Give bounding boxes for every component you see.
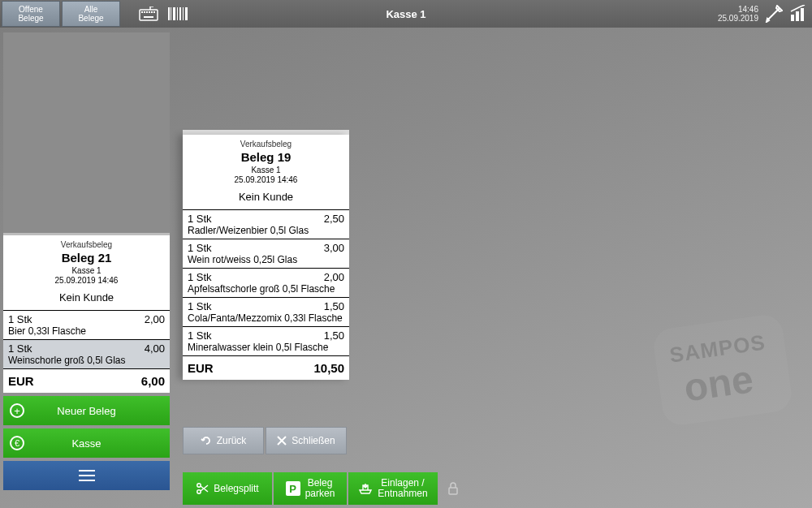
preview-type: Verkaufsbeleg bbox=[186, 140, 346, 149]
preview-datetime: 25.09.2019 14:46 bbox=[186, 175, 346, 184]
svg-rect-15 bbox=[791, 15, 794, 21]
svg-rect-1 bbox=[141, 11, 143, 13]
park-label: Beleg parken bbox=[305, 478, 335, 499]
barcode-icon[interactable] bbox=[166, 2, 190, 26]
date-label: 25.09.2019 bbox=[718, 14, 758, 23]
new-receipt-label: Neuer Beleg bbox=[57, 405, 115, 417]
back-label: Zurück bbox=[217, 435, 247, 446]
preview-register: Kasse 1 bbox=[186, 166, 346, 174]
svg-rect-5 bbox=[151, 11, 153, 13]
svg-rect-16 bbox=[796, 11, 799, 21]
line-desc: Bier 0,33l Flasche bbox=[8, 325, 165, 337]
cash-inout-button[interactable]: Einlagen / Entnahmen bbox=[348, 472, 438, 505]
receipt-line[interactable]: 1 Stk4,00Weinschorle groß 0,5l Glas bbox=[3, 339, 170, 368]
receipt-line[interactable]: 1 Stk2,00Apfelsaftschorle groß 0,5l Flas… bbox=[183, 268, 349, 297]
brand-watermark: SAMPOS one bbox=[651, 312, 793, 427]
receipt-datetime: 25.09.2019 14:46 bbox=[6, 276, 166, 285]
preview-actions: Zurück Schließen bbox=[183, 427, 347, 454]
bottom-action-bar: Belegsplitt P Beleg parken Einlagen / En… bbox=[183, 472, 467, 505]
svg-rect-10 bbox=[173, 7, 175, 20]
stats-icon[interactable] bbox=[789, 5, 807, 23]
preview-receipt[interactable]: Verkaufsbeleg Beleg 19 Kasse 1 25.09.201… bbox=[183, 135, 349, 380]
back-button[interactable]: Zurück bbox=[183, 427, 264, 454]
line-desc: Cola/Fanta/Mezzomix 0,33l Flasche bbox=[188, 312, 344, 324]
receipt-line[interactable]: 1 Stk1,50Cola/Fanta/Mezzomix 0,33l Flasc… bbox=[183, 297, 349, 326]
top-bar: Offene Belege Alle Belege Kasse 1 14:46 … bbox=[0, 0, 812, 28]
receipt-line[interactable]: 1 Stk3,00Wein rot/weiss 0,25l Glas bbox=[183, 239, 349, 268]
line-price: 1,50 bbox=[324, 329, 344, 342]
svg-point-21 bbox=[197, 484, 201, 487]
svg-rect-9 bbox=[171, 7, 171, 20]
preview-name: Beleg 19 bbox=[186, 150, 346, 164]
line-price: 4,00 bbox=[145, 342, 165, 355]
plus-icon: + bbox=[10, 403, 24, 418]
svg-rect-6 bbox=[153, 11, 155, 13]
undo-icon bbox=[201, 435, 212, 446]
new-receipt-button[interactable]: + Neuer Beleg bbox=[3, 396, 170, 425]
close-icon bbox=[277, 436, 287, 446]
preview-total: 10,50 bbox=[313, 361, 344, 375]
svg-rect-2 bbox=[144, 11, 145, 13]
line-price: 2,00 bbox=[324, 271, 344, 283]
receipt-total: 6,00 bbox=[141, 374, 165, 388]
close-button[interactable]: Schließen bbox=[266, 427, 347, 454]
svg-rect-8 bbox=[168, 7, 170, 20]
svg-rect-13 bbox=[183, 7, 184, 20]
line-qty: 1 Stk bbox=[8, 342, 32, 355]
line-qty: 1 Stk bbox=[188, 242, 212, 254]
checkout-button[interactable]: € Kasse bbox=[3, 428, 170, 458]
line-price: 2,50 bbox=[324, 213, 344, 225]
tab-all-label: Alle Belege bbox=[78, 5, 103, 23]
line-price: 2,00 bbox=[145, 313, 165, 325]
menu-button[interactable] bbox=[3, 461, 170, 490]
svg-rect-7 bbox=[144, 16, 153, 18]
svg-rect-3 bbox=[146, 11, 148, 13]
cash-inout-label: Einlagen / Entnahmen bbox=[378, 478, 427, 499]
settings-icon[interactable] bbox=[765, 5, 783, 23]
park-icon: P bbox=[286, 481, 300, 496]
receipt-scroll-area[interactable] bbox=[3, 32, 170, 235]
preview-customer: Kein Kunde bbox=[186, 191, 346, 203]
tab-all-receipts[interactable]: Alle Belege bbox=[62, 1, 120, 27]
preview-currency: EUR bbox=[188, 361, 214, 375]
line-qty: 1 Stk bbox=[8, 313, 32, 325]
svg-rect-4 bbox=[149, 11, 150, 13]
lock-icon[interactable] bbox=[439, 472, 467, 505]
line-qty: 1 Stk bbox=[188, 271, 212, 283]
receipt-line[interactable]: 1 Stk1,50Mineralwasser klein 0,5l Flasch… bbox=[183, 326, 349, 355]
register-title: Kasse 1 bbox=[0, 8, 812, 20]
line-price: 3,00 bbox=[324, 242, 344, 254]
keyboard-icon[interactable] bbox=[136, 2, 161, 26]
active-receipt[interactable]: Verkaufsbeleg Beleg 21 Kasse 1 25.09.201… bbox=[3, 235, 170, 393]
time-label: 14:46 bbox=[718, 5, 758, 14]
svg-rect-0 bbox=[140, 10, 158, 20]
svg-rect-14 bbox=[185, 7, 188, 20]
receipt-line[interactable]: 1 Stk2,00Bier 0,33l Flasche bbox=[3, 310, 170, 339]
receipt-currency: EUR bbox=[8, 374, 34, 388]
tab-open-label: Offene Belege bbox=[18, 5, 43, 23]
park-receipt-button[interactable]: P Beleg parken bbox=[274, 472, 347, 505]
close-label: Schließen bbox=[292, 435, 335, 446]
line-price: 1,50 bbox=[324, 300, 344, 312]
preview-receipt-panel: Verkaufsbeleg Beleg 19 Kasse 1 25.09.201… bbox=[183, 130, 349, 380]
svg-rect-12 bbox=[179, 7, 181, 20]
checkout-label: Kasse bbox=[71, 437, 101, 450]
receipt-customer: Kein Kunde bbox=[6, 291, 166, 304]
euro-icon: € bbox=[10, 436, 24, 450]
split-label: Belegsplitt bbox=[214, 483, 258, 494]
line-desc: Wein rot/weiss 0,25l Glas bbox=[188, 254, 344, 265]
svg-rect-11 bbox=[177, 7, 178, 20]
line-desc: Radler/Weizenbier 0,5l Glas bbox=[188, 225, 344, 236]
tab-open-receipts[interactable]: Offene Belege bbox=[2, 1, 60, 27]
drawer-icon bbox=[358, 482, 373, 495]
line-desc: Weinschorle groß 0,5l Glas bbox=[8, 355, 165, 366]
hamburger-icon bbox=[79, 470, 95, 481]
receipt-type: Verkaufsbeleg bbox=[6, 240, 166, 249]
scissors-icon bbox=[196, 482, 209, 495]
svg-rect-23 bbox=[449, 488, 457, 494]
receipt-line[interactable]: 1 Stk2,50Radler/Weizenbier 0,5l Glas bbox=[183, 209, 349, 239]
receipt-name: Beleg 21 bbox=[6, 251, 166, 265]
line-desc: Mineralwasser klein 0,5l Flasche bbox=[188, 342, 344, 353]
receipt-split-button[interactable]: Belegsplitt bbox=[183, 472, 272, 505]
line-qty: 1 Stk bbox=[188, 300, 212, 312]
